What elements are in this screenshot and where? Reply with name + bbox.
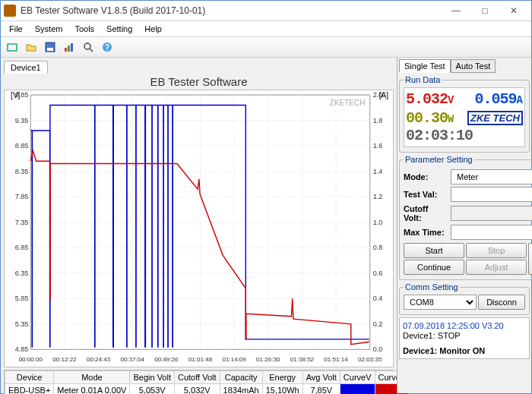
svg-text:8.35: 8.35	[15, 168, 29, 175]
svg-text:01:38:52: 01:38:52	[290, 356, 315, 363]
svg-text:0.6: 0.6	[373, 269, 383, 277]
svg-text:1.4: 1.4	[373, 168, 383, 175]
mode-select[interactable]: Meter	[451, 169, 532, 184]
svg-text:00:49:26: 00:49:26	[154, 356, 179, 363]
com-port-select[interactable]: COM8	[404, 295, 477, 310]
menu-system[interactable]: System	[30, 23, 68, 35]
continue-button[interactable]: Continue	[404, 260, 464, 275]
close-button[interactable]: ✕	[499, 2, 528, 19]
tool-chart-icon[interactable]	[61, 39, 78, 55]
cell-avg: 7,85V	[302, 383, 340, 394]
svg-rect-2	[47, 48, 53, 51]
svg-point-6	[84, 43, 90, 49]
svg-text:1.6: 1.6	[373, 142, 383, 150]
svg-text:ZKETECH: ZKETECH	[330, 99, 366, 107]
minimize-button[interactable]: —	[442, 2, 470, 19]
svg-text:4.85: 4.85	[15, 345, 29, 353]
menu-tools[interactable]: Tools	[69, 23, 100, 35]
svg-text:00:37:04: 00:37:04	[121, 356, 145, 363]
run-data-group: Run Data 5.032V 0.059A 00.30W ZKE TECH 0…	[399, 75, 530, 153]
chart-area: 4.855.355.856.356.857.357.858.358.859.35…	[4, 90, 394, 367]
svg-rect-0	[8, 44, 17, 51]
status-panel: 07.09.2018 12:25:00 V3.20 Device1: STOP …	[399, 317, 530, 359]
test-val-input[interactable]	[451, 187, 532, 202]
svg-text:5.35: 5.35	[15, 320, 29, 328]
tab-single-test[interactable]: Single Test	[399, 59, 451, 73]
svg-text:0.4: 0.4	[373, 295, 383, 302]
menu-help[interactable]: Help	[139, 23, 167, 35]
status-line-1: 07.09.2018 12:25:00 V3.20	[403, 321, 526, 330]
svg-rect-5	[71, 43, 73, 52]
app-icon	[4, 5, 16, 17]
svg-text:6.35: 6.35	[15, 269, 29, 277]
tool-help-icon[interactable]: ?	[99, 39, 116, 55]
max-time-input[interactable]	[451, 225, 532, 240]
cell-device: EBD-USB+	[5, 383, 54, 394]
monitor-button[interactable]: Monitor	[528, 243, 532, 275]
cell-begin: 5,053V	[130, 383, 175, 394]
maximize-button[interactable]: □	[470, 2, 499, 19]
elapsed-time: 02:03:10	[406, 127, 473, 144]
tool-icon-1[interactable]	[4, 39, 21, 55]
data-table: DeviceModeBegin VoltCutoff VoltCapacityE…	[4, 370, 394, 394]
svg-text:1.8: 1.8	[373, 117, 383, 125]
adjust-button: Adjust	[466, 260, 527, 275]
cell-mode: Meter 0.01A 0.00V	[54, 383, 130, 394]
stop-button: Stop	[466, 243, 527, 258]
titlebar: EB Tester Software V1.8.5 (Build 2017-10…	[1, 1, 531, 21]
parameter-group: Parameter Setting Mode: Meter Test Val: …	[399, 155, 532, 280]
svg-text:1.2: 1.2	[373, 193, 383, 200]
tab-auto-test[interactable]: Auto Test	[451, 59, 496, 73]
tool-save-icon[interactable]	[42, 39, 59, 55]
comm-legend: Comm Setting	[404, 282, 460, 292]
svg-text:8.85: 8.85	[15, 142, 29, 150]
svg-rect-4	[68, 46, 70, 52]
disconnect-button[interactable]: Disconn	[478, 295, 525, 310]
menu-file[interactable]: File	[4, 23, 28, 35]
svg-rect-3	[65, 48, 67, 52]
comm-group: Comm Setting COM8 Disconn	[399, 282, 530, 315]
window-title: EB Tester Software V1.8.5 (Build 2017-10…	[21, 5, 442, 16]
cell-energy: 15,10Wh	[262, 383, 302, 394]
tool-open-icon[interactable]	[23, 39, 40, 55]
voltage-value: 5.032	[406, 90, 448, 108]
toolbar: ?	[1, 37, 531, 58]
svg-text:0.2: 0.2	[373, 320, 383, 328]
svg-text:6.85: 6.85	[15, 244, 29, 251]
cutoff-volt-input	[451, 206, 532, 221]
current-value: 0.059	[475, 90, 517, 108]
tool-zoom-icon[interactable]	[80, 39, 97, 55]
svg-text:00:12:22: 00:12:22	[52, 356, 77, 363]
svg-line-7	[90, 49, 93, 52]
svg-text:00:00:00: 00:00:00	[19, 356, 43, 363]
svg-text:01:26:30: 01:26:30	[256, 356, 280, 363]
svg-text:5.85: 5.85	[15, 295, 29, 302]
chart-title: EB Tester Software	[4, 74, 394, 90]
brand-badge: ZKE TECH	[467, 111, 523, 125]
status-line-3: Device1: Monitor ON	[403, 346, 526, 355]
run-data-legend: Run Data	[404, 75, 442, 84]
svg-text:7.35: 7.35	[15, 219, 29, 226]
svg-text:01:01:48: 01:01:48	[188, 356, 213, 363]
start-button[interactable]: Start	[404, 243, 464, 258]
menu-setting[interactable]: Setting	[101, 23, 138, 35]
cell-cutoff: 5,032V	[175, 383, 220, 394]
svg-text:[V]: [V]	[11, 91, 21, 99]
svg-text:?: ?	[105, 43, 109, 52]
param-legend: Parameter Setting	[404, 155, 474, 164]
svg-text:[A]: [A]	[379, 91, 389, 99]
cell-capacity: 1834mAh	[220, 383, 262, 394]
svg-text:01:14:09: 01:14:09	[222, 356, 246, 363]
cell-curve-v	[340, 383, 375, 394]
device-tab[interactable]: Device1	[4, 61, 48, 74]
svg-text:0.8: 0.8	[373, 244, 383, 251]
svg-text:7.85: 7.85	[15, 193, 29, 200]
svg-text:00:24:43: 00:24:43	[87, 356, 111, 363]
status-line-2: Device1: STOP	[403, 331, 526, 340]
svg-text:0.0: 0.0	[373, 345, 383, 353]
svg-text:9.35: 9.35	[15, 117, 29, 125]
svg-text:02:03:35: 02:03:35	[358, 356, 382, 363]
svg-text:01:51:14: 01:51:14	[324, 356, 348, 363]
menubar: File System Tools Setting Help	[1, 21, 531, 37]
svg-text:1.0: 1.0	[373, 219, 383, 226]
